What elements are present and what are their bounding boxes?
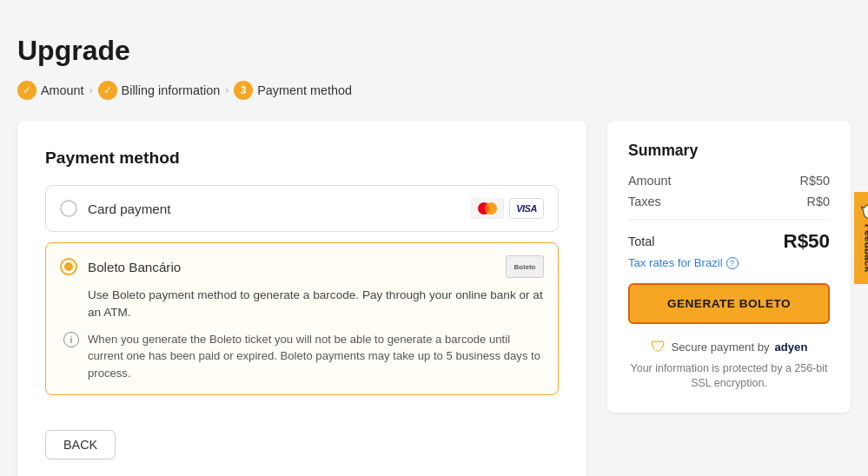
boleto-icon: Boleto [506, 255, 544, 278]
question-icon: ? [726, 257, 739, 269]
total-row: Total R$50 [628, 230, 830, 253]
boleto-payment-option[interactable]: Boleto Bancário Boleto Use Boleto paymen… [45, 242, 559, 395]
card-payment-option[interactable]: Card payment VISA [45, 185, 559, 232]
breadcrumb-separator-2: › [225, 84, 229, 96]
breadcrumb-item-payment: 3 Payment method [234, 81, 352, 100]
summary-divider [628, 219, 830, 220]
summary-title: Summary [628, 142, 830, 160]
boleto-info-box: i When you generate the Boleto ticket yo… [60, 331, 544, 382]
amount-row: Amount R$50 [628, 174, 830, 188]
payment-step-number: 3 [234, 81, 253, 100]
secure-payment-section: 🛡 Secure payment by adyen Your informati… [628, 338, 830, 392]
breadcrumb-amount-label: Amount [41, 83, 84, 97]
breadcrumb-item-amount: ✓ Amount [17, 81, 84, 100]
back-button[interactable]: BACK [45, 430, 116, 459]
breadcrumb: ✓ Amount › ✓ Billing information › 3 Pay… [17, 81, 851, 100]
billing-check-icon: ✓ [98, 81, 117, 100]
secure-label: Secure payment by [672, 340, 770, 354]
ssl-text: Your information is protected by a 256-b… [628, 361, 830, 392]
total-amount: R$50 [783, 230, 830, 253]
taxes-label: Taxes [628, 195, 661, 208]
boleto-label: Boleto Bancário [88, 260, 495, 274]
shield-icon: 🛡 [651, 338, 666, 356]
secure-badge: 🛡 Secure payment by adyen [628, 338, 830, 356]
breadcrumb-payment-label: Payment method [257, 83, 352, 97]
page-title: Upgrade [17, 35, 851, 67]
radio-inner-dot [64, 262, 73, 271]
breadcrumb-item-billing: ✓ Billing information [98, 81, 221, 100]
taxes-row: Taxes R$0 [628, 195, 830, 208]
feedback-tab[interactable]: 💬 Feedback [854, 192, 868, 284]
taxes-value: R$0 [807, 195, 830, 208]
generate-boleto-button[interactable]: GENERATE BOLETO [628, 283, 830, 324]
page-wrapper: Upgrade ✓ Amount › ✓ Billing information… [17, 17, 851, 476]
left-panel: Payment method Card payment VIS [17, 121, 586, 476]
feedback-icon: 💬 [861, 204, 868, 219]
visa-icon: VISA [509, 198, 544, 219]
mastercard-icon [471, 198, 504, 219]
card-radio[interactable] [60, 200, 77, 217]
right-panel: Summary Amount R$50 Taxes R$0 Total R$50… [607, 121, 851, 413]
boleto-info-text: When you generate the Boleto ticket you … [88, 331, 544, 382]
boleto-header: Boleto Bancário Boleto [60, 255, 544, 278]
amount-value: R$50 [800, 174, 830, 188]
panel-title: Payment method [45, 149, 559, 168]
breadcrumb-separator-1: › [89, 84, 93, 96]
tax-rates-link[interactable]: Tax rates for Brazil ? [628, 256, 830, 269]
breadcrumb-billing-label: Billing information [122, 83, 221, 97]
boleto-description: Use Boleto payment method to generate a … [60, 287, 544, 322]
boleto-radio[interactable] [60, 258, 77, 275]
tax-rates-text: Tax rates for Brazil [628, 256, 723, 269]
adyen-label: adyen [775, 340, 808, 354]
feedback-label: Feedback [862, 224, 868, 272]
total-label: Total [628, 235, 654, 248]
amount-label: Amount [628, 174, 672, 188]
amount-check-icon: ✓ [17, 81, 36, 100]
main-layout: Payment method Card payment VIS [17, 121, 851, 476]
info-icon: i [63, 332, 79, 347]
card-icons: VISA [471, 198, 544, 219]
card-payment-label: Card payment [88, 202, 461, 216]
